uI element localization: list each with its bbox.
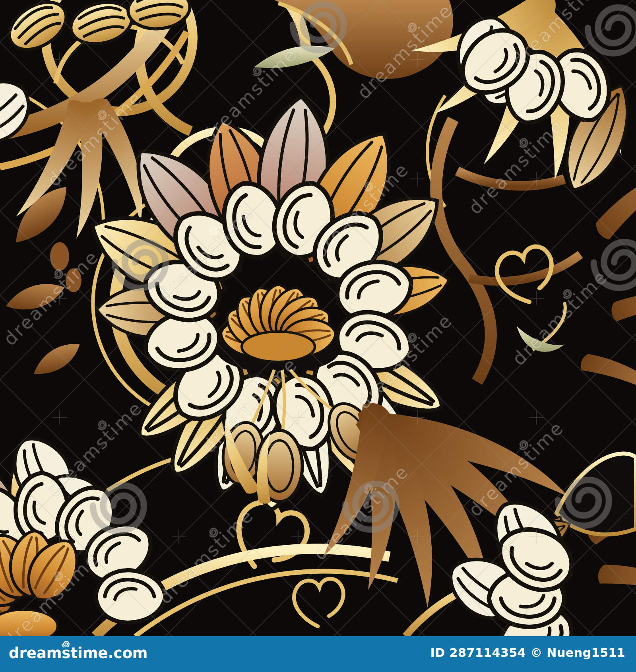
- dreamstime-logo: dreamstime.com: [9, 646, 147, 660]
- stock-photo-preview: dreamstime: [0, 0, 636, 672]
- image-credit: ID 287114354 © Nueng1511: [430, 647, 625, 659]
- floral-pattern-artwork: dreamstime: [0, 0, 636, 636]
- dreamstime-spiral-icon: [60, 637, 72, 647]
- watermark-bar: dreamstime.com ID 287114354 © Nueng1511: [0, 636, 636, 672]
- dreamstime-logo-text: dreamstime.com: [9, 645, 147, 662]
